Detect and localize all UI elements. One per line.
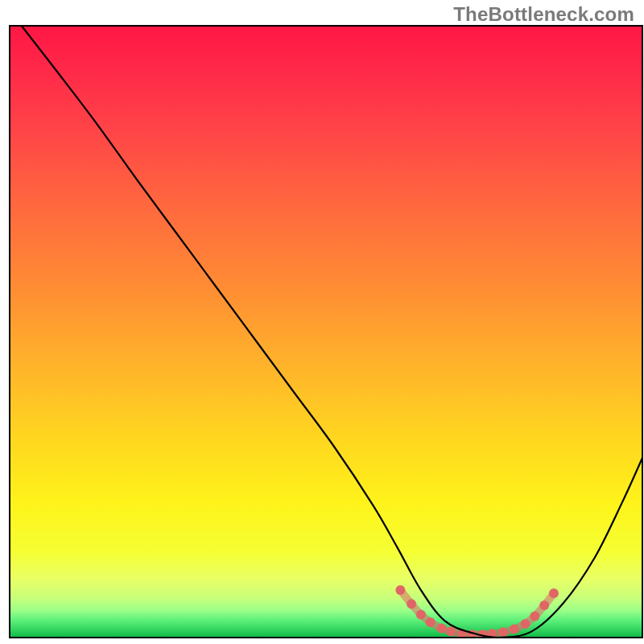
highlight-marker	[395, 585, 405, 595]
bottleneck-chart	[0, 0, 644, 644]
highlight-marker	[539, 601, 549, 610]
highlight-marker	[426, 617, 436, 627]
highlight-marker	[521, 619, 530, 629]
highlight-marker	[416, 610, 426, 620]
highlight-marker	[436, 624, 446, 634]
highlight-marker	[407, 599, 416, 609]
gradient-background	[10, 26, 642, 638]
highlight-marker	[549, 588, 559, 598]
watermark-label: TheBottleneck.com	[453, 3, 634, 26]
chart-stage: TheBottleneck.com	[0, 0, 644, 644]
highlight-marker	[530, 611, 539, 621]
highlight-marker	[446, 626, 456, 636]
highlight-marker	[510, 625, 519, 634]
highlight-marker	[498, 627, 508, 637]
